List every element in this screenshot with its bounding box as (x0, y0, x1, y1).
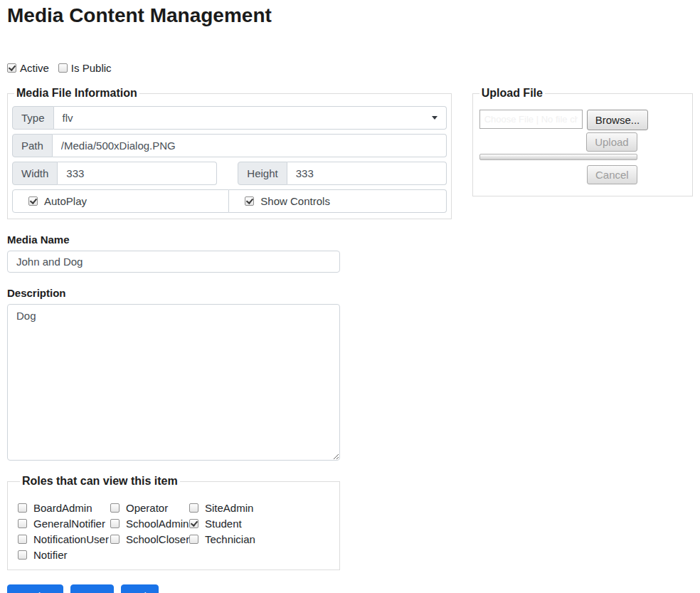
active-checkbox[interactable] (7, 63, 16, 73)
role-checkbox-notificationuser[interactable] (18, 535, 27, 544)
file-chooser-row: Browse... (479, 110, 637, 130)
media-name-label: Media Name (7, 233, 693, 246)
height-field-group: Height (238, 162, 446, 185)
cancel-button-row: Cancel (479, 165, 637, 184)
page-title: Media Content Management (7, 4, 693, 27)
role-label: GeneralNotifier (33, 518, 105, 530)
show-controls-option: Show Controls (229, 189, 446, 213)
role-item: SchoolAdmin (110, 516, 189, 531)
type-select-value: flv (63, 112, 73, 124)
width-input[interactable] (58, 162, 217, 185)
role-label: Operator (126, 502, 168, 514)
role-item: NotificationUser (18, 532, 110, 547)
quit-button[interactable]: Quit (121, 584, 159, 593)
role-checkbox-notifier[interactable] (18, 550, 27, 560)
media-file-info-fieldset: Media File Information Type flv Path Wid… (7, 87, 452, 219)
role-label: Technician (205, 533, 255, 545)
cancel-button[interactable]: Cancel (587, 165, 637, 184)
role-checkbox-technician[interactable] (189, 535, 198, 544)
type-field-group: Type flv (12, 106, 447, 130)
upload-progress-bar (479, 154, 637, 160)
is-public-checkbox-group: Is Public (58, 62, 112, 74)
media-file-info-legend: Media File Information (14, 87, 139, 100)
upload-file-fieldset: Upload File Browse... Upload Cancel (472, 87, 693, 196)
autoplay-checkbox[interactable] (28, 196, 38, 206)
active-label: Active (20, 62, 49, 74)
playback-options-row: AutoPlay Show Controls (12, 189, 447, 213)
role-item: Operator (110, 500, 189, 515)
active-checkbox-group: Active (7, 62, 49, 74)
type-select[interactable]: flv (54, 106, 447, 130)
preview-button[interactable]: Preview (7, 584, 63, 593)
role-checkbox-boardadmin[interactable] (18, 503, 27, 513)
show-controls-label: Show Controls (260, 195, 330, 207)
upload-button-row: Upload (479, 132, 637, 152)
action-buttons-row: Preview Save Quit (7, 584, 693, 593)
role-checkbox-generalnotifier[interactable] (18, 519, 27, 528)
page-container: Media Content Management Active Is Publi… (0, 0, 700, 593)
role-checkbox-schoolcloser[interactable] (110, 535, 120, 544)
is-public-checkbox[interactable] (58, 63, 68, 73)
top-checkbox-row: Active Is Public (7, 62, 693, 74)
width-field-group: Width (12, 162, 217, 185)
path-field-group: Path (12, 134, 447, 157)
fieldset-columns: Media File Information Type flv Path Wid… (7, 87, 693, 219)
role-label: BoardAdmin (33, 502, 92, 514)
upload-button[interactable]: Upload (586, 132, 637, 152)
role-item: Notifier (18, 547, 110, 562)
is-public-label: Is Public (71, 62, 112, 74)
chevron-down-icon (432, 116, 438, 120)
roles-fieldset: Roles that can view this item BoardAdmin… (7, 475, 340, 570)
height-input[interactable] (287, 162, 447, 185)
width-field-label: Width (12, 162, 58, 185)
role-item: BoardAdmin (18, 500, 110, 515)
show-controls-checkbox[interactable] (245, 196, 254, 206)
description-textarea[interactable]: Dog (7, 304, 340, 461)
role-checkbox-operator[interactable] (110, 503, 120, 513)
autoplay-label: AutoPlay (44, 195, 87, 207)
roles-legend: Roles that can view this item (20, 475, 180, 488)
role-checkbox-schooladmin[interactable] (110, 519, 120, 528)
description-label: Description (7, 287, 693, 299)
role-label: SiteAdmin (205, 502, 253, 514)
role-item: Technician (189, 532, 332, 547)
role-checkbox-student[interactable] (189, 519, 198, 528)
role-label: SchoolCloser (126, 533, 189, 545)
role-label: Student (205, 518, 242, 530)
role-label: NotificationUser (33, 533, 109, 545)
upload-file-legend: Upload File (479, 87, 545, 100)
upload-controls: Browse... Upload Cancel (479, 110, 637, 184)
file-input[interactable] (479, 110, 583, 129)
height-field-label: Height (238, 162, 287, 185)
role-checkbox-siteadmin[interactable] (189, 503, 198, 513)
save-button[interactable]: Save (70, 584, 113, 593)
media-name-input[interactable] (7, 251, 340, 273)
type-field-label: Type (12, 106, 54, 130)
role-item: GeneralNotifier (18, 516, 110, 531)
roles-grid: BoardAdminOperatorSiteAdminGeneralNotifi… (18, 500, 332, 562)
autoplay-option: AutoPlay (12, 189, 229, 213)
browse-button[interactable]: Browse... (587, 110, 649, 130)
path-field-label: Path (12, 134, 53, 157)
width-height-row: Width Height (12, 157, 447, 185)
role-item: SchoolCloser (110, 532, 189, 547)
role-item: SiteAdmin (189, 500, 332, 515)
path-input[interactable] (53, 134, 447, 157)
role-label: SchoolAdmin (126, 518, 189, 530)
role-item: Student (189, 516, 332, 531)
role-label: Notifier (33, 549, 68, 561)
